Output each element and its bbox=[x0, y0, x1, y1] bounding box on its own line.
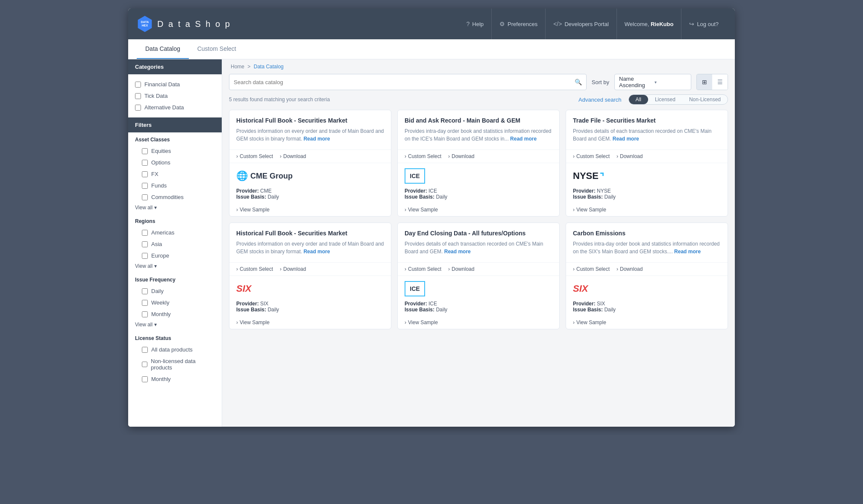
card-2-download[interactable]: › Download bbox=[448, 153, 474, 159]
card-5-custom-select[interactable]: › Custom Select bbox=[405, 266, 441, 272]
sidebar-item-non-licensed[interactable]: Non-licensed data products bbox=[135, 355, 215, 373]
card-4-download[interactable]: › Download bbox=[280, 266, 306, 272]
sidebar-item-monthly[interactable]: Monthly bbox=[135, 308, 215, 320]
breadcrumb-home[interactable]: Home bbox=[231, 64, 244, 70]
card-6-custom-select[interactable]: › Custom Select bbox=[573, 266, 610, 272]
alternative-data-checkbox[interactable] bbox=[135, 105, 141, 111]
europe-checkbox[interactable] bbox=[142, 253, 148, 259]
issue-freq-view-all[interactable]: View all ▾ bbox=[128, 320, 222, 331]
card-3-custom-select[interactable]: › Custom Select bbox=[573, 153, 610, 159]
nav-preferences[interactable]: ⚙ Preferences bbox=[492, 9, 546, 39]
fx-checkbox[interactable] bbox=[142, 171, 148, 177]
help-icon: ? bbox=[467, 21, 470, 27]
grid-view-button[interactable]: ⊞ bbox=[697, 74, 712, 90]
sidebar-item-monthly-lic[interactable]: Monthly bbox=[135, 373, 215, 385]
card-6-view-sample-link[interactable]: › View Sample bbox=[573, 319, 728, 325]
card-1-read-more[interactable]: Read more bbox=[303, 136, 330, 142]
list-view-button[interactable]: ☰ bbox=[712, 74, 728, 90]
asset-classes-view-all[interactable]: View all ▾ bbox=[128, 203, 222, 214]
card-1-custom-select[interactable]: › Custom Select bbox=[236, 153, 273, 159]
license-tab-all[interactable]: All bbox=[629, 95, 648, 104]
ice-logo-2: ICE bbox=[405, 281, 425, 296]
non-licensed-checkbox[interactable] bbox=[142, 361, 147, 367]
asia-checkbox[interactable] bbox=[142, 241, 148, 247]
sidebar-item-options[interactable]: Options bbox=[135, 157, 215, 168]
sidebar-item-all-data[interactable]: All data products bbox=[135, 344, 215, 355]
sidebar-item-fx[interactable]: FX bbox=[135, 168, 215, 180]
search-box[interactable]: 🔍 bbox=[229, 74, 587, 90]
sidebar-item-commodities[interactable]: Commodities bbox=[135, 191, 215, 203]
card-4-custom-select[interactable]: › Custom Select bbox=[236, 266, 273, 272]
logout-icon: ↪ bbox=[689, 21, 694, 27]
card-4-read-more[interactable]: Read more bbox=[303, 249, 330, 255]
sort-value: Name Ascending bbox=[619, 76, 651, 88]
card-3-view-sample-link[interactable]: › View Sample bbox=[573, 207, 728, 213]
sidebar-item-weekly[interactable]: Weekly bbox=[135, 297, 215, 308]
card-2-view-sample-link[interactable]: › View Sample bbox=[405, 207, 559, 213]
tab-data-catalog[interactable]: Data Catalog bbox=[137, 39, 189, 59]
categories-header: Categories bbox=[128, 59, 222, 74]
regions-view-all[interactable]: View all ▾ bbox=[128, 261, 222, 273]
card-1-provider-logo: 🌐 CME Group bbox=[236, 168, 384, 184]
sidebar-item-alternative-data[interactable]: Alternative Data bbox=[128, 102, 222, 113]
card-2-custom-select[interactable]: › Custom Select bbox=[405, 153, 441, 159]
monthly-lic-checkbox[interactable] bbox=[142, 376, 148, 382]
license-tab-non-licensed[interactable]: Non-Licensed bbox=[682, 95, 728, 104]
monthly-checkbox[interactable] bbox=[142, 311, 148, 317]
sidebar-item-equities[interactable]: Equities bbox=[135, 145, 215, 157]
nav-logout[interactable]: ↪ Log out? bbox=[681, 9, 726, 39]
card-3-download[interactable]: › Download bbox=[616, 153, 643, 159]
issue-freq-title: Issue Frequency bbox=[135, 277, 215, 283]
card-1-download[interactable]: › Download bbox=[280, 153, 306, 159]
daily-checkbox[interactable] bbox=[142, 288, 148, 294]
sidebar-item-tick-data[interactable]: Tick Data bbox=[128, 90, 222, 102]
advanced-search-link[interactable]: Advanced search bbox=[578, 97, 621, 103]
americas-checkbox[interactable] bbox=[142, 230, 148, 236]
options-label: Options bbox=[151, 159, 170, 166]
card-2-desc: Provides intra-day order book and statis… bbox=[405, 127, 552, 143]
financial-data-checkbox[interactable] bbox=[135, 82, 141, 88]
view-toggle: ⊞ ☰ bbox=[696, 74, 728, 90]
sidebar-item-americas[interactable]: Americas bbox=[135, 227, 215, 238]
weekly-checkbox[interactable] bbox=[142, 300, 148, 306]
logout-label: Log out? bbox=[697, 21, 719, 27]
equities-label: Equities bbox=[151, 148, 171, 154]
card-5-read-more[interactable]: Read more bbox=[444, 249, 471, 255]
sidebar-item-financial-data[interactable]: Financial Data bbox=[128, 79, 222, 90]
card-1-desc: Provides information on every order and … bbox=[236, 127, 384, 143]
search-input[interactable] bbox=[234, 79, 575, 85]
preferences-icon: ⚙ bbox=[499, 21, 505, 27]
card-5-download[interactable]: › Download bbox=[448, 266, 474, 272]
tick-data-checkbox[interactable] bbox=[135, 93, 141, 99]
card-2-provider-logo: ICE bbox=[405, 168, 552, 184]
card-4-view-sample-link[interactable]: › View Sample bbox=[236, 319, 391, 325]
toolbar: 🔍 Sort by Name Ascending ▾ ⊞ ☰ bbox=[229, 74, 728, 90]
commodities-checkbox[interactable] bbox=[142, 194, 148, 200]
card-5-provider-info: Provider: ICE Issue Basis: Daily bbox=[405, 301, 552, 313]
funds-checkbox[interactable] bbox=[142, 183, 148, 189]
cme-logo: 🌐 CME Group bbox=[236, 170, 293, 182]
nav-help[interactable]: ? Help bbox=[459, 9, 492, 39]
card-4-provider-info: Provider: SIX Issue Basis: Daily bbox=[236, 301, 384, 313]
sidebar-item-europe[interactable]: Europe bbox=[135, 250, 215, 261]
sort-select[interactable]: Name Ascending ▾ bbox=[614, 74, 691, 90]
card-6-download[interactable]: › Download bbox=[616, 266, 643, 272]
regions-chevron-icon: ▾ bbox=[154, 263, 157, 269]
sidebar-item-daily[interactable]: Daily bbox=[135, 285, 215, 297]
card-3-read-more[interactable]: Read more bbox=[613, 136, 639, 142]
card-6-read-more[interactable]: Read more bbox=[674, 249, 701, 255]
card-1-view-sample-link[interactable]: › View Sample bbox=[236, 207, 391, 213]
card-5-view-sample: › View Sample bbox=[398, 318, 559, 329]
nav-dev-portal[interactable]: </> Developers Portal bbox=[546, 9, 617, 39]
card-5-view-sample-link[interactable]: › View Sample bbox=[405, 319, 559, 325]
options-checkbox[interactable] bbox=[142, 160, 148, 166]
sidebar-item-funds[interactable]: Funds bbox=[135, 180, 215, 191]
license-tab-licensed[interactable]: Licensed bbox=[648, 95, 682, 104]
tab-custom-select[interactable]: Custom Select bbox=[189, 39, 245, 59]
all-data-checkbox[interactable] bbox=[142, 347, 148, 353]
welcome-text: Welcome, RieKubo bbox=[625, 21, 674, 27]
monthly-label: Monthly bbox=[151, 311, 171, 317]
equities-checkbox[interactable] bbox=[142, 148, 148, 154]
sidebar-item-asia[interactable]: Asia bbox=[135, 238, 215, 250]
card-2-read-more[interactable]: Read more bbox=[510, 136, 537, 142]
